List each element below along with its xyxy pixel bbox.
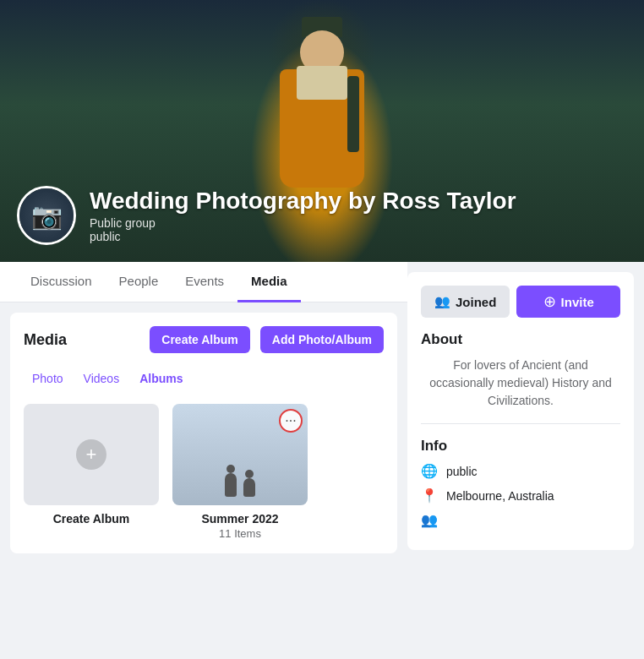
media-content-card: Media Create Album Add Photo/Album Photo… [10, 313, 397, 553]
left-column: Discussion People Events Media Media Cre… [0, 262, 407, 564]
summer-album-thumb[interactable]: ··· [172, 404, 308, 505]
joined-people-icon: 👥 [434, 294, 450, 309]
media-section-title: Media [24, 331, 67, 349]
invite-label: Invite [561, 295, 594, 309]
about-description: For lovers of Ancient (and occasionally … [421, 357, 620, 410]
invite-plus-icon: ⊕ [543, 292, 556, 311]
sub-tab-photo[interactable]: Photo [24, 367, 72, 390]
group-name: Wedding Photography by Ross Taylor [90, 188, 516, 215]
figure-1 [225, 473, 237, 497]
group-title-area: Wedding Photography by Ross Taylor Publi… [90, 188, 516, 243]
create-album-thumb[interactable]: + [24, 404, 159, 505]
group-type: Public group public [90, 216, 516, 243]
create-album-button[interactable]: Create Album [150, 326, 250, 353]
create-album-label: Create Album [24, 512, 159, 526]
main-container: Discussion People Events Media Media Cre… [0, 262, 644, 564]
tabs-bar: Discussion People Events Media [0, 262, 407, 302]
right-card: 👥 Joined ⊕ Invite About For lovers of An… [407, 272, 634, 550]
group-info-overlay: 📷 Wedding Photography by Ross Taylor Pub… [17, 186, 516, 245]
add-photo-button[interactable]: Add Photo/Album [260, 326, 384, 353]
create-album-card[interactable]: + Create Album [24, 404, 159, 540]
info-title: Info [421, 438, 620, 455]
tab-people[interactable]: People [106, 262, 172, 302]
location-value: Melbourne, Australia [446, 489, 554, 503]
tab-discussion[interactable]: Discussion [17, 262, 106, 302]
summer-album-card[interactable]: ··· Summer 2022 11 Items [172, 404, 308, 540]
info-visibility-row: 🌐 public [421, 463, 620, 479]
location-pin-icon: 📍 [421, 487, 438, 504]
visibility-value: public [446, 465, 478, 478]
album-count: 11 Items [172, 527, 308, 540]
cover-photo: 📷 Wedding Photography by Ross Taylor Pub… [0, 0, 644, 262]
camera-icon: 📷 [31, 201, 63, 231]
media-grid: + Create Album ··· [24, 404, 384, 540]
sub-tab-albums[interactable]: Albums [131, 367, 191, 390]
divider-1 [421, 423, 620, 424]
media-sub-tabs: Photo Videos Albums [24, 367, 384, 390]
tab-media[interactable]: Media [237, 262, 301, 302]
info-people-row: 👥 [421, 512, 620, 528]
people-group-icon: 👥 [421, 512, 438, 528]
invite-button[interactable]: ⊕ Invite [516, 286, 620, 318]
more-options-button[interactable]: ··· [279, 409, 303, 433]
tab-events[interactable]: Events [172, 262, 237, 302]
plus-icon: + [76, 439, 106, 470]
about-title: About [421, 331, 620, 348]
media-header: Media Create Album Add Photo/Album [24, 326, 384, 353]
joined-button[interactable]: 👥 Joined [421, 286, 510, 318]
album-label: Summer 2022 [172, 512, 308, 526]
globe-icon: 🌐 [421, 463, 438, 479]
info-location-row: 📍 Melbourne, Australia [421, 487, 620, 504]
group-avatar: 📷 [17, 186, 76, 245]
action-buttons: 👥 Joined ⊕ Invite [421, 286, 620, 318]
figure-2 [243, 478, 255, 497]
photo-figures [225, 473, 255, 497]
joined-label: Joined [456, 295, 496, 309]
sub-tab-videos[interactable]: Videos [75, 367, 128, 390]
right-column: 👥 Joined ⊕ Invite About For lovers of An… [407, 262, 644, 564]
